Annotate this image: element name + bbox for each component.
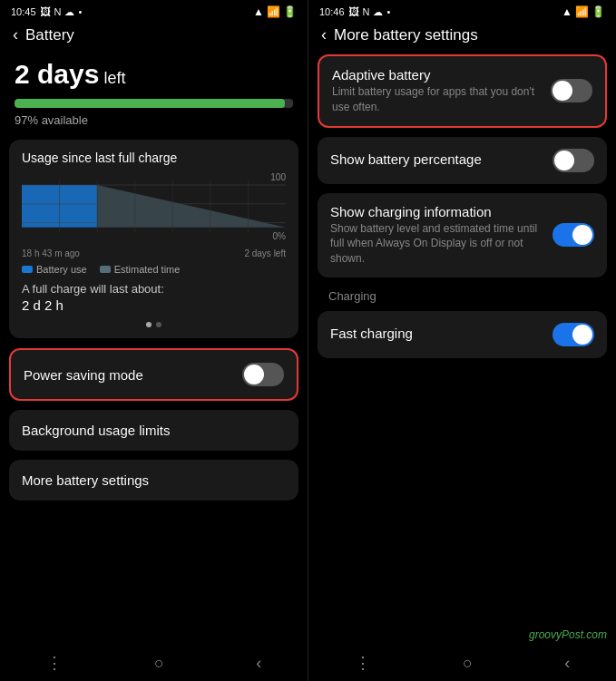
status-bar-left-icons: 10:45 🖼 N ☁ • [11, 5, 82, 18]
show-battery-pct-item[interactable]: Show battery percentage [318, 137, 607, 184]
show-charging-toggle[interactable] [552, 223, 594, 247]
watermark: groovyPost.com [529, 628, 607, 641]
show-charging-item[interactable]: Show charging information Show battery l… [318, 193, 607, 277]
signal-icon: 📶 [267, 5, 280, 18]
status-bar-right-right: ▲ 📶 🔋 [562, 5, 605, 18]
status-bar-right: 10:46 🖼 N ☁ • ▲ 📶 🔋 [308, 0, 616, 22]
nav-back-icon-right[interactable]: ‹ [564, 654, 570, 673]
dot-icon: • [78, 6, 82, 17]
chart-legend: Battery use Estimated time [22, 264, 286, 275]
adaptive-toggle-knob [552, 81, 572, 101]
show-charging-label: Show charging information [330, 204, 543, 219]
power-saving-item[interactable]: Power saving mode [9, 348, 298, 401]
notif-icon-r: 🖼 [348, 5, 359, 18]
show-charging-desc: Show battery level and estimated time un… [330, 221, 543, 267]
usage-card: Usage since last full charge 100 [9, 140, 298, 338]
fast-charging-label: Fast charging [330, 326, 543, 341]
fast-charging-text: Fast charging [330, 326, 552, 343]
cloud-icon: ☁ [64, 6, 74, 18]
nav-home-icon-left[interactable]: ○ [154, 654, 164, 673]
wifi-icon: ▲ [253, 5, 264, 18]
adaptive-battery-item[interactable]: Adaptive battery Limit battery usage for… [318, 54, 607, 128]
legend-dot-battery [22, 266, 33, 273]
charging-section-label: Charging [308, 282, 616, 306]
bottom-nav-left: ⋮ ○ ‹ [0, 645, 308, 681]
adaptive-battery-toggle[interactable] [551, 79, 592, 102]
show-battery-pct-text: Show battery percentage [330, 151, 552, 169]
page-title-left: Battery [25, 26, 74, 44]
back-button-left[interactable]: ‹ [13, 25, 18, 44]
watermark-vypost: vyPost.com [551, 628, 607, 641]
watermark-oo: oo [539, 628, 551, 641]
legend-estimated: Estimated time [100, 264, 181, 275]
chart-time-labels: 18 h 43 m ago 2 days left [22, 248, 286, 258]
chart-100-label: 100 [270, 172, 286, 182]
dot-1 [146, 322, 152, 327]
page-title-right: More battery settings [334, 26, 478, 44]
battery-icon-r: 🔋 [592, 5, 605, 18]
adaptive-battery-desc: Limit battery usage for apps that you do… [332, 84, 542, 115]
adaptive-battery-text: Adaptive battery Limit battery usage for… [332, 67, 551, 115]
show-battery-pct-label: Show battery percentage [330, 151, 543, 167]
dot-icon-r: • [386, 6, 390, 17]
days-label: left [99, 69, 125, 87]
nav-bar-right: ‹ More battery settings [308, 22, 616, 50]
power-saving-toggle[interactable] [242, 363, 284, 386]
chart-label-right: 2 days left [244, 248, 286, 258]
bottom-nav-right: ⋮ ○ ‹ [308, 645, 616, 681]
toggle-knob [244, 365, 264, 384]
battery-days: 2 days left [0, 50, 308, 93]
watermark-groovy: gr [529, 628, 539, 641]
full-charge-value: 2 d 2 h [22, 297, 286, 313]
chart-label-left: 18 h 43 m ago [22, 248, 80, 258]
wifi-icon-r: ▲ [562, 5, 572, 18]
time-right: 10:46 [319, 6, 345, 17]
time-left: 10:45 [11, 6, 36, 17]
nav-menu-icon-left[interactable]: ⋮ [46, 653, 63, 673]
fast-charging-item[interactable]: Fast charging [318, 311, 607, 358]
back-button-right[interactable]: ‹ [321, 25, 327, 44]
power-saving-label: Power saving mode [24, 367, 143, 383]
show-charging-knob [572, 225, 592, 245]
full-charge-label: A full charge will last about: [22, 282, 286, 296]
page-dots [22, 322, 286, 327]
chart-area: 100 0% [22, 172, 286, 245]
signal-icon-r: 📶 [575, 5, 589, 18]
background-usage-label: Background usage limits [22, 423, 170, 438]
nav-home-icon-right[interactable]: ○ [463, 654, 473, 673]
days-value: 2 days [15, 59, 99, 89]
chart-0-label: 0% [273, 231, 286, 241]
battery-bar-fill [15, 99, 285, 108]
adaptive-battery-label: Adaptive battery [332, 67, 542, 83]
status-bar-left: 10:45 🖼 N ☁ • ▲ 📶 🔋 [0, 0, 308, 22]
fast-charging-toggle[interactable] [552, 323, 594, 346]
battery-icon: 🔋 [283, 5, 297, 18]
status-bar-right-icons: ▲ 📶 🔋 [253, 5, 297, 18]
nfc-icon: N [54, 6, 62, 17]
left-panel: 10:45 🖼 N ☁ • ▲ 📶 🔋 ‹ Battery 2 days lef… [0, 0, 308, 681]
show-pct-toggle-knob [554, 151, 574, 170]
background-usage-item[interactable]: Background usage limits [9, 410, 298, 451]
cloud-icon-r: ☁ [373, 6, 383, 18]
more-battery-item[interactable]: More battery settings [9, 460, 298, 501]
dot-2 [156, 322, 161, 327]
legend-dot-estimated [100, 266, 111, 273]
show-charging-text: Show charging information Show battery l… [330, 204, 552, 267]
status-bar-right-left: 10:46 🖼 N ☁ • [319, 5, 390, 18]
nav-back-icon-left[interactable]: ‹ [256, 654, 261, 673]
battery-available-text: 97% available [0, 110, 308, 134]
legend-estimated-label: Estimated time [114, 264, 181, 275]
nav-bar-left: ‹ Battery [0, 22, 308, 50]
nav-menu-icon-right[interactable]: ⋮ [355, 653, 371, 673]
battery-bar-bg [15, 99, 293, 108]
notification-icon: 🖼 [40, 5, 51, 18]
right-panel: 10:46 🖼 N ☁ • ▲ 📶 🔋 ‹ More battery setti… [308, 0, 616, 681]
usage-chart [22, 172, 286, 245]
legend-battery-label: Battery use [36, 264, 87, 275]
legend-battery-use: Battery use [22, 264, 87, 275]
more-battery-label: More battery settings [22, 472, 149, 488]
fast-charging-knob [572, 325, 592, 345]
show-battery-pct-toggle[interactable] [552, 149, 594, 172]
nfc-icon-r: N [363, 6, 370, 17]
battery-bar-container [0, 93, 308, 110]
